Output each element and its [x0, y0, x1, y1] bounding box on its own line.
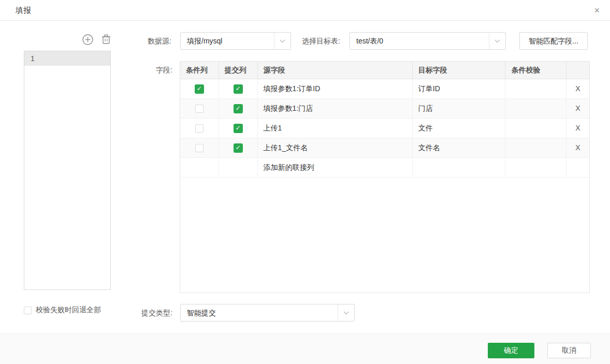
- chevron-down-icon: [274, 33, 291, 49]
- add-link-column-button[interactable]: 添加新的联接列: [258, 158, 413, 177]
- datasource-label: 数据源:: [148, 37, 171, 46]
- datasource-select[interactable]: 填报/mysql: [180, 32, 291, 50]
- report-item-list: 1: [24, 51, 111, 290]
- field-mapping-table: 条件列 提交列 源字段 目标字段 条件校验 ✓✓填报参数1:订单ID订单IDX✓…: [180, 61, 590, 293]
- condition-validation-cell[interactable]: [505, 99, 567, 118]
- column-header-actions: [567, 62, 589, 79]
- submit-type-select[interactable]: 智能提交: [180, 304, 355, 322]
- trash-icon: [101, 34, 111, 45]
- datasource-value: 填报/mysql: [187, 33, 271, 49]
- condition-validation-cell[interactable]: [505, 138, 567, 157]
- condition-checkbox-unchecked[interactable]: [195, 124, 204, 133]
- cancel-button[interactable]: 取消: [547, 343, 591, 358]
- checkbox-unchecked-icon: [24, 307, 32, 314]
- submit-checkbox-checked[interactable]: ✓: [234, 84, 243, 94]
- target-field-cell[interactable]: 文件名: [413, 138, 506, 157]
- fields-label: 字段:: [156, 66, 172, 75]
- condition-validation-cell[interactable]: [505, 119, 567, 138]
- source-field-cell[interactable]: 填报参数1:门店: [258, 99, 413, 118]
- ok-button[interactable]: 确定: [488, 343, 534, 358]
- column-header-source: 源字段: [258, 62, 413, 79]
- dialog-footer: 确定 取消: [0, 333, 610, 364]
- condition-checkbox-unchecked[interactable]: [195, 144, 204, 152]
- smart-match-fields-button[interactable]: 智能匹配字段...: [519, 32, 588, 50]
- condition-validation-cell[interactable]: [505, 79, 567, 98]
- target-table-value: test/表/0: [356, 33, 486, 49]
- rollback-checkbox-label: 校验失败时回退全部: [36, 305, 101, 315]
- source-field-cell[interactable]: 上传1: [258, 119, 413, 138]
- submit-type-label: 提交类型:: [141, 309, 172, 318]
- rollback-on-failure-checkbox[interactable]: 校验失败时回退全部: [24, 305, 101, 315]
- target-field-cell[interactable]: 文件: [413, 119, 506, 138]
- dialog-titlebar: 填报 ×: [0, 0, 610, 21]
- condition-checkbox-unchecked[interactable]: [195, 105, 204, 113]
- column-header-validation: 条件校验: [505, 62, 567, 79]
- field-mapping-row: ✓上传1文件X: [180, 119, 589, 138]
- column-header-submit: 提交列: [219, 62, 258, 79]
- target-table-label: 选择目标表:: [302, 37, 340, 46]
- field-mapping-row: ✓填报参数1:门店门店X: [180, 99, 589, 119]
- table-header-row: 条件列 提交列 源字段 目标字段 条件校验: [180, 62, 589, 79]
- source-field-cell[interactable]: 上传1_文件名: [258, 138, 413, 157]
- target-field-cell[interactable]: 订单ID: [413, 79, 506, 98]
- delete-row-button[interactable]: X: [575, 138, 580, 157]
- add-item-button[interactable]: [82, 34, 93, 45]
- plus-circle-icon: [82, 34, 93, 45]
- add-link-column-row: 添加新的联接列: [180, 158, 589, 178]
- dialog-title: 填报: [16, 0, 31, 21]
- delete-row-button[interactable]: X: [575, 119, 580, 138]
- list-item[interactable]: 1: [24, 51, 110, 66]
- field-mapping-row: ✓✓填报参数1:订单ID订单IDX: [180, 79, 589, 99]
- fill-report-dialog: 填报 ×: [0, 0, 610, 364]
- submit-checkbox-checked[interactable]: ✓: [234, 124, 243, 133]
- delete-row-button[interactable]: X: [575, 79, 580, 98]
- field-mapping-row: ✓上传1_文件名文件名X: [180, 138, 589, 158]
- delete-row-button[interactable]: X: [575, 99, 580, 118]
- chevron-down-icon: [489, 33, 505, 49]
- target-table-select[interactable]: test/表/0: [350, 32, 506, 50]
- condition-checkbox-checked[interactable]: ✓: [195, 84, 204, 94]
- column-header-condition: 条件列: [180, 62, 219, 79]
- chevron-down-icon: [338, 304, 354, 321]
- submit-type-value: 智能提交: [187, 304, 335, 321]
- close-icon[interactable]: ×: [592, 0, 602, 21]
- submit-checkbox-checked[interactable]: ✓: [234, 143, 243, 153]
- column-header-target: 目标字段: [413, 62, 506, 79]
- submit-checkbox-checked[interactable]: ✓: [234, 104, 243, 113]
- source-field-cell[interactable]: 填报参数1:订单ID: [258, 79, 413, 98]
- delete-item-button[interactable]: [101, 34, 111, 45]
- target-field-cell[interactable]: 门店: [413, 99, 506, 118]
- list-toolbar: [24, 34, 111, 47]
